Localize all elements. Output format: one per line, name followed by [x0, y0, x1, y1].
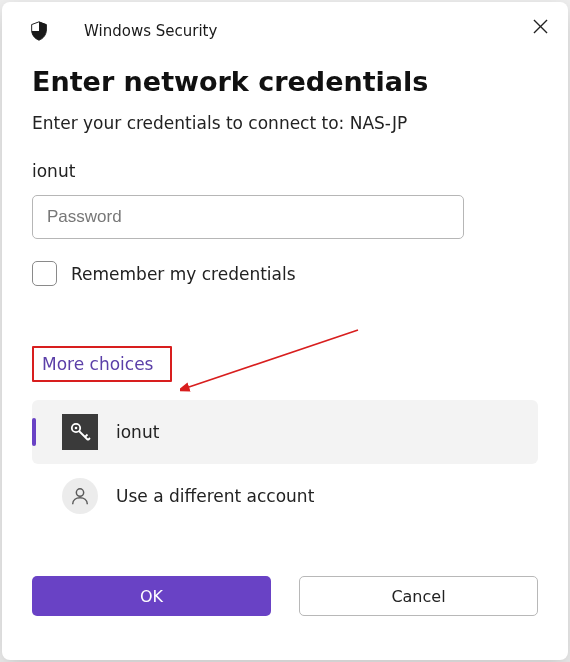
- titlebar-app-name: Windows Security: [84, 22, 217, 40]
- person-icon: [62, 478, 98, 514]
- remember-checkbox[interactable]: [32, 261, 57, 286]
- svg-line-5: [85, 435, 88, 438]
- credentials-dialog: Windows Security Enter network credentia…: [2, 2, 568, 660]
- remember-row: Remember my credentials: [32, 261, 538, 286]
- password-input[interactable]: [32, 195, 464, 239]
- account-list: ionut Use a different account: [32, 400, 538, 528]
- button-row: OK Cancel: [32, 576, 538, 616]
- titlebar: Windows Security: [2, 2, 568, 50]
- svg-point-3: [75, 427, 78, 430]
- more-choices-link[interactable]: More choices: [32, 348, 163, 380]
- close-button[interactable]: [526, 12, 554, 40]
- account-label: ionut: [116, 422, 159, 442]
- svg-line-6: [88, 438, 90, 440]
- close-icon: [533, 19, 548, 34]
- account-item-saved[interactable]: ionut: [32, 400, 538, 464]
- svg-point-7: [76, 489, 83, 496]
- dialog-subtext: Enter your credentials to connect to: NA…: [32, 113, 538, 133]
- account-item-different[interactable]: Use a different account: [32, 464, 538, 528]
- remember-label: Remember my credentials: [71, 264, 296, 284]
- shield-icon: [28, 20, 50, 42]
- key-icon: [62, 414, 98, 450]
- ok-button[interactable]: OK: [32, 576, 271, 616]
- dialog-content: Enter network credentials Enter your cre…: [2, 50, 568, 642]
- account-label: Use a different account: [116, 486, 314, 506]
- dialog-heading: Enter network credentials: [32, 66, 538, 97]
- username-display: ionut: [32, 161, 538, 181]
- cancel-button[interactable]: Cancel: [299, 576, 538, 616]
